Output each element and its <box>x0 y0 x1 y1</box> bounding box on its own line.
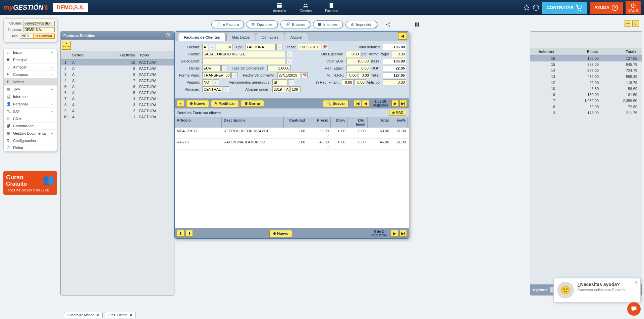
buscar-button[interactable]: 🔍 Buscar <box>323 100 348 107</box>
nav-principal[interactable]: ◉Principal→ <box>4 56 57 63</box>
table-row[interactable]: 1299.00119.79 <box>530 80 642 86</box>
nav-ventas[interactable]: ⬆Ventas→ <box>4 78 57 86</box>
help-icon[interactable]: ? <box>166 33 171 38</box>
collapse-down-button[interactable]: ⬇ <box>185 230 193 237</box>
enlaces-button[interactable]: 🔗Enlaces <box>280 20 310 28</box>
table-row[interactable]: 14599.00724.79 <box>530 67 642 74</box>
curso-gratuito-banner[interactable]: 👥 Curso Gratuito Todos los Jueves a las … <box>3 171 57 195</box>
table-row[interactable]: 8A3FACTURA <box>61 102 174 108</box>
pagada-input[interactable] <box>202 79 212 85</box>
borrar-button[interactable]: 🗑 Borrar <box>241 100 264 107</box>
fechavenc-input[interactable] <box>277 72 301 78</box>
albaran-serie-input[interactable] <box>285 86 290 92</box>
albaran-num-input[interactable] <box>290 86 301 92</box>
nav-almacen[interactable]: ⬚Almacén→ <box>4 63 57 71</box>
nav-informes[interactable]: 📊Informes→ <box>4 93 57 100</box>
max-button[interactable]: ⊕ MAX <box>389 110 406 116</box>
dtopp-input[interactable] <box>391 51 406 57</box>
table-row[interactable]: 10A1FACTURA <box>61 114 174 120</box>
col-tipo[interactable]: Tipo⇅ <box>137 52 167 58</box>
lookup-icon[interactable]: ⌕ <box>223 86 229 92</box>
table-row[interactable]: 9150.00181.50 <box>530 92 642 98</box>
table-row[interactable]: 9A2FACTURA <box>61 108 174 114</box>
factura-num-input[interactable] <box>216 44 232 50</box>
tab-cuadro-mando[interactable]: Cuadro de Mando✕ <box>64 312 103 318</box>
detail-next-button[interactable]: ▶ <box>391 230 398 237</box>
formapago-input[interactable] <box>202 72 231 78</box>
nav-config[interactable]: ⚙Configuración→ <box>4 137 57 144</box>
minimize-button[interactable]: — <box>625 20 631 27</box>
share-icon[interactable] <box>385 21 391 28</box>
recfin-val-input[interactable] <box>354 79 366 85</box>
table-row[interactable]: 2A9FACTURA <box>61 65 174 72</box>
last-record-button[interactable]: ▶| <box>399 100 407 107</box>
books-icon[interactable] <box>414 21 420 28</box>
detail-row[interactable]: MP4-CRC17REPRODUCTOR MP4 8GB1.0060.00◇0.… <box>175 128 409 139</box>
collapse-up-button[interactable]: ⬆ <box>177 230 184 237</box>
dtoesp-input[interactable] <box>345 51 360 57</box>
col-asiento[interactable]: Asiento⇅ <box>530 50 557 54</box>
recequiv-input[interactable] <box>346 65 370 71</box>
lookup-icon[interactable]: ⌕ <box>209 44 215 50</box>
albaran-ano-input[interactable] <box>272 86 284 92</box>
table-row[interactable]: 4A7FACTURA <box>61 78 174 84</box>
opciones-button[interactable]: ⚙Opciones <box>247 20 277 28</box>
chat-close-icon[interactable]: ✕ <box>634 280 638 285</box>
cambiar-button[interactable]: ⟳ Cambiar <box>33 34 55 39</box>
first-record-button[interactable]: |◀ <box>354 100 361 107</box>
factura-serie-input[interactable] <box>202 44 208 50</box>
contratar-button[interactable]: CONTRATAR <box>542 2 587 14</box>
tab-facturas-clientes[interactable]: Facturas de Clientes <box>178 33 226 41</box>
lookup-icon[interactable]: ⌕ <box>213 79 219 85</box>
filter-button[interactable]: ▼Filtrar <box>62 41 71 50</box>
table-row[interactable]: 7A4FACTURA <box>61 96 174 102</box>
empresa-input[interactable] <box>23 27 55 32</box>
table-row[interactable]: 660.0072.60 <box>530 104 642 110</box>
table-row[interactable]: 71,950.002,359.50 <box>530 98 642 104</box>
nav-sat[interactable]: 🔧SAT→ <box>4 108 57 115</box>
col-serie[interactable]: Serie⇅ <box>70 52 97 58</box>
prev-record-button[interactable]: ◀ <box>362 100 369 107</box>
cliente-input[interactable] <box>202 51 285 57</box>
lookup-icon[interactable]: ⌕ <box>276 44 282 50</box>
nav-fichar[interactable]: ⏱Fichar→ <box>4 144 57 151</box>
nav-inicio[interactable]: ⌂Inicio→ <box>4 49 57 56</box>
lookup-icon[interactable]: ⌕ <box>286 58 292 64</box>
tab-mas-datos[interactable]: Más Datos <box>226 33 256 41</box>
efactura-button[interactable]: 📄e-Factura <box>211 20 244 28</box>
lookup-icon[interactable]: ⌕ <box>286 51 292 57</box>
ano-input[interactable] <box>20 34 33 39</box>
nav-gestion-doc[interactable]: ▦Gestión Documental→ <box>4 130 57 137</box>
modificar-button[interactable]: ✎ Modificar <box>211 100 239 107</box>
anticipo-input[interactable] <box>383 79 406 85</box>
chat-widget[interactable]: ✕ 🙂 ¿Necesitas ayuda? Conversa online co… <box>553 278 641 302</box>
nav-compras[interactable]: ⬇Compras→ <box>4 71 57 78</box>
col-factura[interactable]: Factura⇅ <box>97 52 137 58</box>
irpf-val-input[interactable] <box>359 72 370 78</box>
nuevo-detail-button[interactable]: ⊕ Nuevo <box>269 230 292 237</box>
ayuda-button[interactable]: AYUDA ? <box>590 2 623 14</box>
col-base[interactable]: Base⇅ <box>557 50 601 54</box>
nuevo-button[interactable]: ⊕ Nuevo <box>186 100 209 107</box>
tab-alquiler[interactable]: Alquiler <box>285 33 309 41</box>
table-row[interactable]: 1A10FACTURA <box>61 59 174 65</box>
table-row[interactable]: 3A8FACTURA <box>61 72 174 78</box>
nav-crm[interactable]: ◎CRM→ <box>4 115 57 123</box>
chat-bubble-button[interactable] <box>627 302 641 316</box>
table-row[interactable]: 1048.5058.69 <box>530 86 642 92</box>
top-icon-facturas[interactable]: Facturas <box>325 2 338 13</box>
salir-button[interactable]: SALIR <box>626 1 641 14</box>
back-button[interactable]: ◀ <box>398 32 407 40</box>
vencgen-input[interactable] <box>272 79 287 85</box>
irpf-pct-input[interactable] <box>346 72 358 78</box>
almacen-input[interactable] <box>202 86 222 92</box>
tab-contables[interactable]: Contables <box>256 33 284 41</box>
close-icon[interactable]: ✕ <box>129 313 132 317</box>
impresion-button[interactable]: 🖨Impresión <box>345 21 377 28</box>
table-row[interactable]: 3175.00211.75 <box>530 110 642 116</box>
tipo-input[interactable] <box>246 44 276 50</box>
valoreur-input[interactable] <box>346 58 370 64</box>
col-total[interactable]: Total⇅ <box>601 50 639 54</box>
table-row[interactable]: 6A5FACTURA <box>61 90 174 96</box>
star-icon[interactable] <box>523 4 530 11</box>
